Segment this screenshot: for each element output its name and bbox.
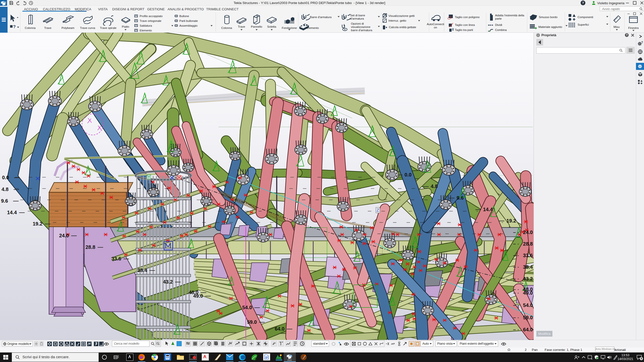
svg-text:64.0: 64.0 <box>523 327 533 332</box>
svg-text:24.0: 24.0 <box>523 230 533 235</box>
svg-text:43.2: 43.2 <box>163 279 173 285</box>
svg-text:38.4: 38.4 <box>137 267 147 273</box>
svg-text:28.8: 28.8 <box>86 244 95 250</box>
svg-text:14.4: 14.4 <box>483 207 493 212</box>
svg-text:49.0: 49.0 <box>193 293 203 299</box>
svg-text:14.4: 14.4 <box>7 210 17 215</box>
svg-text:28.8: 28.8 <box>523 241 533 247</box>
svg-text:54.0: 54.0 <box>242 305 252 310</box>
svg-text:Z: Z <box>377 208 379 212</box>
svg-text:?: ? <box>13 24 16 29</box>
svg-text:49.0: 49.0 <box>523 290 533 296</box>
svg-text:59.0: 59.0 <box>247 319 257 325</box>
svg-text:54.0: 54.0 <box>523 302 533 308</box>
svg-text:43.2: 43.2 <box>523 276 533 282</box>
svg-text:0.0: 0.0 <box>405 172 412 177</box>
svg-text:38.4: 38.4 <box>523 264 533 270</box>
svg-text:64.0: 64.0 <box>275 326 285 332</box>
svg-text:24.0: 24.0 <box>59 233 69 238</box>
svg-text:59.0: 59.0 <box>523 315 533 320</box>
svg-text:33.6: 33.6 <box>523 253 533 258</box>
svg-text:9.6: 9.6 <box>1 198 8 204</box>
svg-text:9.6: 9.6 <box>457 195 464 201</box>
svg-text:4.8: 4.8 <box>2 187 9 192</box>
svg-text:19.2: 19.2 <box>33 221 43 227</box>
svg-text:4.8: 4.8 <box>431 184 438 189</box>
svg-text:19.2: 19.2 <box>506 218 516 223</box>
svg-text:33.6: 33.6 <box>111 256 121 261</box>
svg-text:0.0: 0.0 <box>2 175 9 180</box>
svg-text:?: ? <box>641 41 643 44</box>
